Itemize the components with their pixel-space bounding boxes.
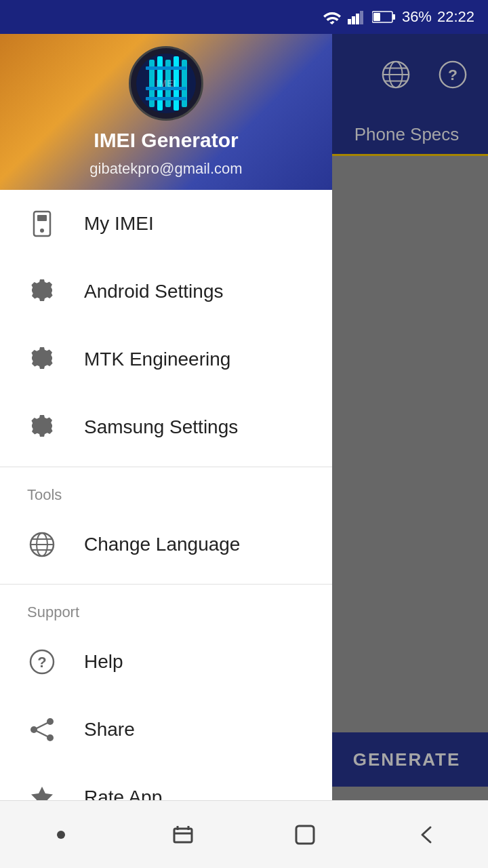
gear-svg-2: [28, 346, 56, 373]
drawer-overlay[interactable]: [332, 34, 488, 800]
status-bar: 36% 22:22: [0, 0, 488, 34]
dot-icon: [52, 825, 70, 844]
drawer-email: gibatekpro@gmail.com: [89, 160, 242, 178]
svg-point-26: [40, 229, 44, 233]
svg-text:?: ?: [37, 654, 46, 671]
back-icon: [415, 823, 439, 846]
menu-label-help: Help: [84, 651, 123, 673]
nav-home[interactable]: [34, 814, 88, 855]
svg-rect-25: [37, 215, 47, 221]
signal-icon: [348, 9, 367, 24]
share-svg: [28, 716, 56, 743]
recents-icon: [171, 823, 195, 846]
svg-point-50: [57, 831, 65, 839]
svg-rect-3: [360, 11, 363, 24]
nav-back[interactable]: [400, 814, 454, 855]
svg-rect-51: [174, 829, 192, 842]
overview-icon: [293, 823, 317, 846]
menu-item-share[interactable]: Share: [0, 696, 332, 764]
menu-label-samsung-settings: Samsung Settings: [84, 416, 238, 438]
svg-line-38: [34, 730, 50, 738]
svg-line-37: [34, 722, 50, 730]
divider-tools: [0, 467, 332, 467]
menu-label-rate-app: Rate App: [84, 787, 162, 800]
menu-label-change-language: Change Language: [84, 534, 240, 555]
svg-text:IMEI: IMEI: [157, 78, 176, 89]
gear-svg-1: [28, 278, 56, 305]
support-section-header: Support: [0, 590, 332, 628]
menu-item-help[interactable]: ? Help: [0, 628, 332, 696]
menu-item-mtk-engineering[interactable]: MTK Engineering: [0, 326, 332, 393]
star-icon: [27, 783, 57, 800]
gear-icon-mtk: [27, 344, 57, 374]
drawer-header: IMEI IMEI Generator gibatekpro@gmail.com: [0, 34, 332, 190]
svg-rect-1: [352, 16, 355, 24]
menu-label-android-settings: Android Settings: [84, 281, 223, 302]
menu-item-samsung-settings[interactable]: Samsung Settings: [0, 393, 332, 461]
battery-icon: [372, 10, 396, 24]
menu-item-change-language[interactable]: Change Language: [0, 511, 332, 578]
svg-rect-0: [348, 19, 351, 24]
menu-label-share: Share: [84, 719, 135, 741]
tools-section-header: Tools: [0, 473, 332, 511]
menu-item-rate-app[interactable]: Rate App: [0, 764, 332, 800]
svg-rect-5: [392, 14, 395, 20]
bottom-navigation: [0, 800, 488, 868]
menu-label-mtk-engineering: MTK Engineering: [84, 349, 230, 370]
nav-overview[interactable]: [278, 814, 332, 855]
gear-icon-android: [27, 277, 57, 307]
star-svg: [28, 784, 56, 800]
imei-svg: [28, 210, 56, 237]
app-logo: IMEI: [129, 46, 203, 121]
share-icon: [27, 715, 57, 745]
menu-item-android-settings[interactable]: Android Settings: [0, 258, 332, 326]
svg-rect-22: [146, 97, 186, 100]
svg-rect-6: [373, 13, 380, 21]
navigation-drawer: IMEI IMEI Generator gibatekpro@gmail.com…: [0, 34, 332, 800]
help-circle-icon: ?: [27, 647, 57, 677]
drawer-app-name: IMEI Generator: [94, 129, 238, 152]
svg-rect-2: [356, 14, 359, 24]
battery-percent: 36%: [402, 8, 432, 26]
menu-label-my-imei: My IMEI: [84, 213, 154, 235]
drawer-menu: My IMEI Android Settings MTK Engineering: [0, 190, 332, 800]
globe-icon-language: [27, 530, 57, 559]
menu-item-my-imei[interactable]: My IMEI: [0, 190, 332, 258]
gear-icon-samsung: [27, 412, 57, 442]
wifi-icon: [322, 9, 342, 24]
svg-rect-55: [296, 826, 314, 844]
gear-svg-3: [28, 414, 56, 441]
svg-rect-20: [146, 66, 186, 70]
globe-svg-2: [28, 531, 56, 558]
divider-support: [0, 584, 332, 585]
status-icons: 36% 22:22: [322, 8, 474, 26]
nav-recents[interactable]: [156, 814, 210, 855]
help-circle-svg: ?: [28, 648, 56, 675]
time-display: 22:22: [437, 8, 474, 26]
logo-svg: IMEI: [136, 53, 197, 114]
svg-marker-39: [31, 787, 53, 800]
imei-icon: [27, 209, 57, 239]
